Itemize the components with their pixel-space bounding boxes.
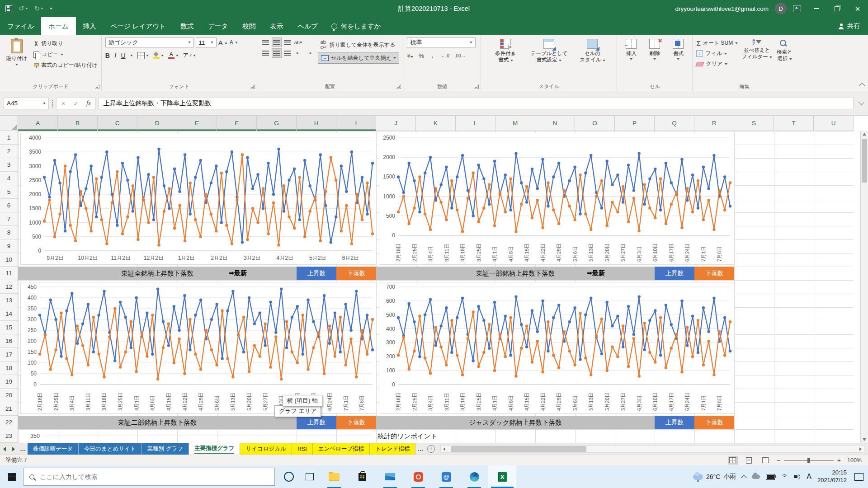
row-header-15[interactable]: 15 (0, 321, 18, 334)
minimize-button[interactable] (806, 0, 826, 17)
taskbar-app-at[interactable]: @ (432, 465, 460, 488)
tab-file[interactable]: ファイル (0, 17, 41, 35)
tabs-scroll-left-icon[interactable] (0, 443, 9, 455)
volume-icon[interactable] (794, 474, 801, 479)
ime-indicator[interactable]: A (807, 473, 811, 481)
cortana-button[interactable] (278, 465, 299, 488)
taskbar-edge[interactable] (460, 465, 488, 488)
row-header-7[interactable]: 7 (0, 212, 18, 226)
align-center-button[interactable] (272, 48, 282, 58)
collapse-ribbon-icon[interactable] (859, 83, 865, 89)
row-header-3[interactable]: 3 (0, 158, 18, 172)
action-center-icon[interactable] (854, 473, 863, 481)
tabs-overflow-left[interactable]: … (18, 443, 28, 455)
borders-button[interactable] (137, 52, 149, 59)
new-sheet-button[interactable]: + (425, 443, 437, 455)
column-header-K[interactable]: K (416, 116, 456, 131)
font-color-button[interactable]: A (168, 52, 179, 59)
row-header-21[interactable]: 21 (0, 402, 18, 416)
up-count-button[interactable]: 上昇数 (655, 416, 694, 429)
number-dialog-launcher-icon[interactable] (474, 84, 479, 89)
find-select-button[interactable]: 検索と選択 (777, 38, 793, 83)
expand-formula-bar-icon[interactable] (856, 98, 866, 109)
delete-cells-button[interactable]: × 削除 (644, 38, 665, 83)
row-header-11[interactable]: 11 (0, 267, 18, 280)
chart-tse-all[interactable]: 050010001500200025003000350040009月2日10月2… (20, 133, 377, 265)
tab-表示[interactable]: 表示 (263, 17, 290, 35)
down-count-button[interactable]: 下落数 (336, 267, 376, 280)
font-dialog-launcher-icon[interactable] (250, 84, 255, 89)
format-cells-button[interactable]: 書式 (668, 38, 689, 83)
up-count-button[interactable]: 上昇数 (297, 267, 336, 280)
row-header-2[interactable]: 2 (0, 145, 18, 158)
horizontal-scroll-thumb[interactable] (451, 446, 586, 452)
up-count-button[interactable]: 上昇数 (655, 267, 694, 280)
clipboard-dialog-launcher-icon[interactable] (95, 84, 99, 89)
sheet-tab-エンベロープ指標[interactable]: エンベロープ指標 (313, 443, 370, 455)
phonetic-button[interactable]: アｱ (183, 52, 196, 59)
zoom-level[interactable]: 100% (847, 457, 862, 464)
row-header-1[interactable]: 1 (0, 131, 18, 145)
cell-grid[interactable]: 050010001500200025003000350040009月2日10月2… (18, 131, 854, 443)
cell-styles-button[interactable]: セルのスタイル (571, 38, 613, 83)
chart-jasdaq[interactable]: 01002003004005006007002月18日2月25日3月4日3月11… (379, 282, 734, 414)
row-header-19[interactable]: 19 (0, 375, 18, 389)
column-header-D[interactable]: D (137, 116, 177, 131)
bold-button[interactable]: B (105, 52, 110, 59)
align-bottom-button[interactable] (283, 38, 292, 47)
chart-tse-second[interactable]: 0501001502002503003504004502月18日2月25日3月4… (20, 282, 377, 414)
horizontal-scrollbar[interactable] (440, 445, 864, 453)
customize-qat-button[interactable] (50, 8, 52, 9)
zoom-thumb[interactable] (807, 458, 810, 463)
weather-widget[interactable]: 26°C 小雨 (693, 473, 736, 481)
undo-button[interactable]: ↺ (19, 5, 28, 13)
sheet-tab-株価診断データ[interactable]: 株価診断データ (28, 443, 79, 455)
column-header-T[interactable]: T (774, 116, 814, 131)
share-button[interactable]: 共有 (838, 17, 868, 35)
vertical-scroll-thumb[interactable] (862, 139, 867, 183)
tabs-overflow-right[interactable]: … (415, 443, 425, 455)
page-break-view-button[interactable] (760, 456, 770, 465)
account-email[interactable]: dryyourtearswithlove1@gmail.com (675, 5, 769, 12)
hidden-icons-chevron-icon[interactable] (741, 475, 747, 481)
column-header-F[interactable]: F (217, 116, 257, 131)
tab-数式[interactable]: 数式 (173, 17, 201, 35)
tab-挿入[interactable]: 挿入 (76, 17, 104, 35)
autosum-button[interactable]: Σオート SUM (696, 39, 738, 47)
select-all-corner[interactable] (0, 116, 18, 131)
column-header-B[interactable]: B (58, 116, 98, 131)
zoom-out-icon[interactable]: − (777, 457, 780, 464)
row-header-20[interactable]: 20 (0, 389, 18, 402)
down-count-button[interactable]: 下落数 (336, 416, 376, 429)
decrease-indent-button[interactable]: ⇤ (293, 48, 303, 58)
taskbar-app-red[interactable] (404, 465, 432, 488)
wifi-icon[interactable] (781, 474, 788, 479)
taskbar-mail[interactable] (376, 465, 404, 488)
ribbon-display-options-icon[interactable] (793, 5, 801, 12)
increase-indent-button[interactable]: ⇥ (304, 48, 314, 58)
scroll-left-icon[interactable] (443, 447, 445, 451)
down-count-button[interactable]: 下落数 (694, 416, 734, 429)
fill-button[interactable]: ↓フィル (696, 49, 738, 58)
sheet-tab-サイコロジカル[interactable]: サイコロジカル (240, 443, 292, 455)
scroll-down-icon[interactable] (863, 438, 866, 441)
row-header-16[interactable]: 16 (0, 334, 18, 348)
sheet-tab-業種別 グラフ[interactable]: 業種別 グラフ (142, 443, 189, 455)
fill-color-button[interactable] (153, 52, 164, 59)
column-header-P[interactable]: P (615, 116, 655, 131)
column-header-U[interactable]: U (814, 116, 854, 131)
tab-データ[interactable]: データ (201, 17, 235, 35)
row-header-4[interactable]: 4 (0, 172, 18, 185)
taskbar-excel-active[interactable]: X (488, 465, 516, 488)
restore-button[interactable] (826, 0, 847, 17)
onedrive-cloud-icon[interactable] (752, 474, 760, 479)
chart-tse-first[interactable]: 050010001500200025002月18日2月25日3月4日3月11日3… (379, 133, 734, 265)
copy-button[interactable]: コピー (33, 50, 98, 59)
vertical-scrollbar[interactable] (860, 131, 868, 443)
scroll-right-icon[interactable] (859, 447, 862, 451)
row-header-12[interactable]: 12 (0, 280, 18, 294)
up-count-button[interactable]: 上昇数 (297, 416, 336, 429)
align-right-button[interactable] (283, 48, 292, 58)
taskbar-store[interactable] (348, 465, 376, 488)
column-header-E[interactable]: E (177, 116, 217, 131)
